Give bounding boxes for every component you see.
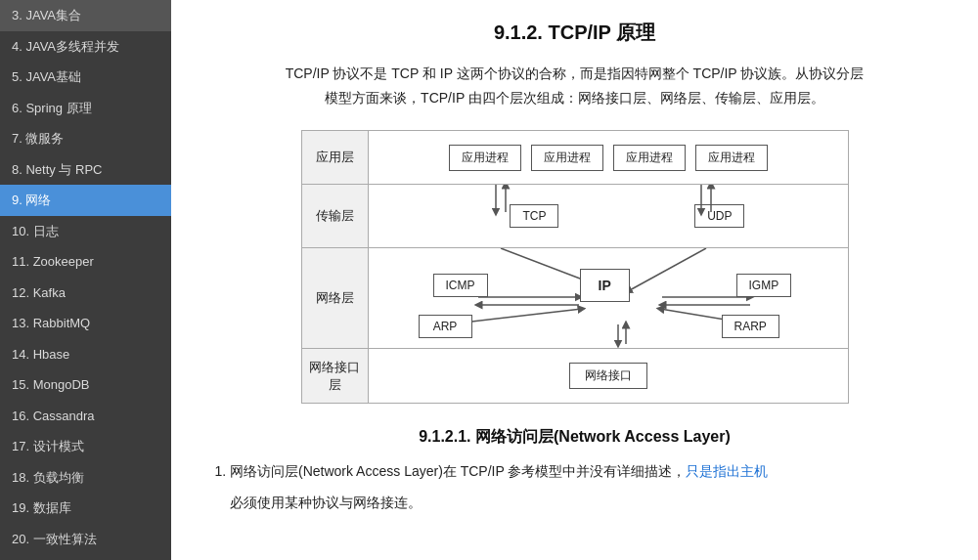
sidebar-item-17[interactable]: 17. 设计模式 <box>0 431 171 462</box>
intro-line2: 模型方面来谈，TCP/IP 由四个层次组成：网络接口层、网络层、传输层、应用层。 <box>325 90 824 106</box>
network-layer-label: 网络层 <box>302 248 369 348</box>
section-title: 9.1.2. TCP/IP 原理 <box>210 20 939 46</box>
igmp-box: IGMP <box>736 274 792 297</box>
app-layer-content: 应用进程 应用进程 应用进程 应用进程 <box>369 131 848 184</box>
list-continuation: 必须使用某种协议与网络接连。 <box>210 491 939 515</box>
udp-box: UDP <box>694 204 744 228</box>
app-box-3: 应用进程 <box>613 145 686 171</box>
app-layer-row: 应用层 应用进程 应用进程 应用进程 应用进程 <box>302 131 848 185</box>
main-content: 9.1.2. TCP/IP 原理 TCP/IP 协议不是 TCP 和 IP 这两… <box>171 0 978 560</box>
sidebar-item-19[interactable]: 19. 数据库 <box>0 493 171 524</box>
sidebar-item-5[interactable]: 5. JAVA基础 <box>0 62 171 93</box>
intro-text: TCP/IP 协议不是 TCP 和 IP 这两个协议的合称，而是指因特网整个 T… <box>210 62 939 110</box>
sidebar-item-16[interactable]: 16. Cassandra <box>0 401 171 432</box>
list-item-1-text: 网络访问层(Network Access Layer)在 TCP/IP 参考模型… <box>230 463 686 479</box>
icmp-box: ICMP <box>433 274 488 297</box>
list-item-2: 必须使用某种协议与网络接连。 <box>230 495 422 510</box>
app-box-4: 应用进程 <box>695 145 768 171</box>
sidebar-item-15[interactable]: 15. MongoDB <box>0 369 171 401</box>
network-boxes-container: ICMP IP IGMP ARP RARP <box>375 254 842 342</box>
network-layer-content: ICMP IP IGMP ARP RARP <box>369 248 848 348</box>
list-item-1: 网络访问层(Network Access Layer)在 TCP/IP 参考模型… <box>230 459 939 484</box>
transport-layer-row: 传输层 <box>302 185 848 248</box>
app-boxes: 应用进程 应用进程 应用进程 应用进程 <box>449 145 768 171</box>
transport-boxes: TCP UDP <box>375 204 842 228</box>
sidebar-item-13[interactable]: 13. RabbitMQ <box>0 308 171 339</box>
sidebar-item-7[interactable]: 7. 微服务 <box>0 123 171 154</box>
rarp-box: RARP <box>722 315 779 338</box>
tcp-box: TCP <box>510 204 558 228</box>
interface-layer-label: 网络接口层 <box>302 349 369 403</box>
app-layer-label: 应用层 <box>302 131 369 184</box>
diagram-container: 应用层 应用进程 应用进程 应用进程 应用进程 传输层 <box>301 130 849 404</box>
app-box-1: 应用进程 <box>449 145 521 171</box>
transport-layer-content: TCP UDP <box>369 185 848 247</box>
intro-line1: TCP/IP 协议不是 TCP 和 IP 这两个协议的合称，而是指因特网整个 T… <box>286 65 865 81</box>
interface-boxes: 网络接口 <box>375 363 842 389</box>
sidebar-item-14[interactable]: 14. Hbase <box>0 339 171 370</box>
sidebar-item-10[interactable]: 10. 日志 <box>0 216 171 247</box>
interface-layer-content: 网络接口 <box>369 349 848 403</box>
transport-layer-label: 传输层 <box>302 185 369 247</box>
sidebar-item-12[interactable]: 12. Kafka <box>0 278 171 309</box>
network-interface-box: 网络接口 <box>569 363 647 389</box>
interface-layer-row: 网络接口层 网络接口 <box>302 349 848 403</box>
sidebar-item-3[interactable]: 3. JAVA集合 <box>0 0 171 31</box>
list-item-1-highlight: 只是指出主机 <box>686 463 768 479</box>
arp-box: ARP <box>419 315 472 338</box>
ip-box: IP <box>580 269 630 302</box>
content-list: 网络访问层(Network Access Layer)在 TCP/IP 参考模型… <box>210 459 939 484</box>
sidebar: 3. JAVA集合4. JAVA多线程并发5. JAVA基础6. Spring … <box>0 0 171 560</box>
sidebar-item-9[interactable]: 9. 网络 <box>0 185 171 216</box>
network-layer-row: 网络层 <box>302 248 848 349</box>
sidebar-item-21[interactable]: 21. JAVA算法 <box>0 554 171 560</box>
app-box-2: 应用进程 <box>531 145 603 171</box>
sidebar-item-18[interactable]: 18. 负载均衡 <box>0 462 171 494</box>
sidebar-item-8[interactable]: 8. Netty 与 RPC <box>0 154 171 186</box>
tcpip-diagram: 应用层 应用进程 应用进程 应用进程 应用进程 传输层 <box>210 130 939 404</box>
sidebar-item-4[interactable]: 4. JAVA多线程并发 <box>0 31 171 63</box>
sidebar-item-20[interactable]: 20. 一致性算法 <box>0 524 171 555</box>
sidebar-item-6[interactable]: 6. Spring 原理 <box>0 93 171 124</box>
sidebar-item-11[interactable]: 11. Zookeeper <box>0 246 171 278</box>
subsection-title: 9.1.2.1. 网络访问层(Network Access Layer) <box>210 427 939 448</box>
